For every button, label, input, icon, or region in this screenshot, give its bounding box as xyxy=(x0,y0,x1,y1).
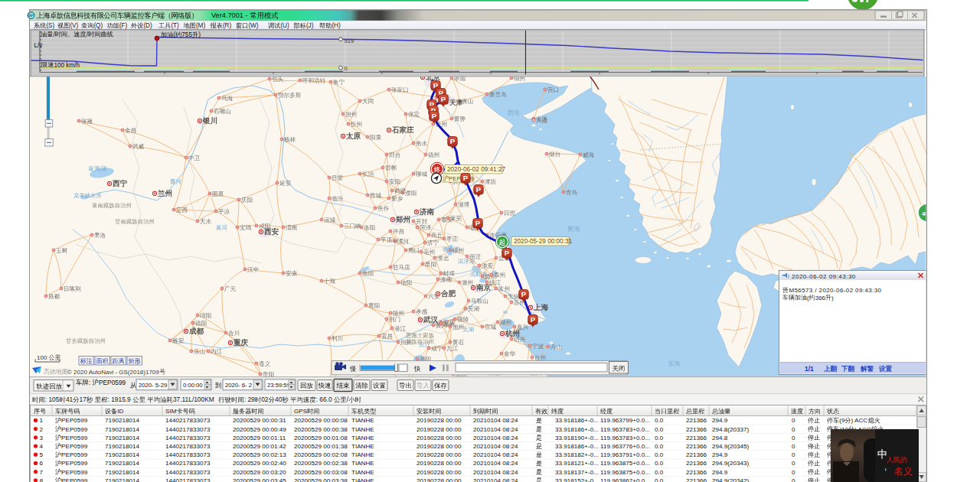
svg-text:P: P xyxy=(521,290,527,298)
svg-text:0: 0 xyxy=(792,469,795,476)
svg-text:0.0: 0.0 xyxy=(655,460,664,467)
svg-text:TIANHE: TIANHE xyxy=(351,477,374,482)
svg-text:(D): (D) xyxy=(143,22,152,29)
svg-text:20200529 00:02:13: 20200529 00:02:13 xyxy=(233,451,286,458)
svg-text:): ) xyxy=(198,31,201,38)
svg-text:20210104 08:24: 20210104 08:24 xyxy=(473,417,518,424)
svg-text:20200529 00:03:45: 20200529 00:03:45 xyxy=(233,477,286,482)
svg-text:2020-05-29 00:00:31: 2020-05-29 00:00:31 xyxy=(514,238,572,245)
svg-text:7190218014: 7190218014 xyxy=(105,435,140,441)
svg-text:1440217833073: 1440217833073 xyxy=(165,435,211,441)
svg-text:20210104 08:24: 20210104 08:24 xyxy=(473,460,518,467)
svg-text:0: 0 xyxy=(792,417,795,424)
svg-text:) ACC: ) ACC xyxy=(851,417,868,424)
svg-text:0.0: 0.0 xyxy=(655,435,664,441)
svg-text:40: 40 xyxy=(275,396,283,403)
svg-text:1440217833073: 1440217833073 xyxy=(165,426,211,433)
svg-text:20200529 00:00:49: 20200529 00:00:49 xyxy=(233,426,286,433)
svg-text:0: 0 xyxy=(792,426,795,433)
svg-text:1: 1 xyxy=(40,417,44,424)
svg-text:0: 0 xyxy=(792,435,795,441)
svg-text:119.963783+0.0...: 119.963783+0.0... xyxy=(600,435,650,441)
svg-text:P: P xyxy=(475,219,481,227)
svg-text:20200529 00:01:38: 20200529 00:01:38 xyxy=(294,443,348,450)
svg-text:20210104 08:24: 20210104 08:24 xyxy=(473,443,518,450)
svg-text:7190218014: 7190218014 xyxy=(105,443,140,450)
svg-text:119.963799+0.0...: 119.963799+0.0... xyxy=(600,417,650,424)
svg-text:PEP0599: PEP0599 xyxy=(61,426,88,433)
svg-text:7190218014: 7190218014 xyxy=(105,426,140,433)
svg-text:37.11L/100KM: 37.11L/100KM xyxy=(173,396,214,403)
svg-text:0: 0 xyxy=(792,443,795,450)
svg-text:20200529 00:01:11: 20200529 00:01:11 xyxy=(233,435,286,441)
svg-text:© 2020 AutoNavi - GS(2018)1709: © 2020 AutoNavi - GS(2018)1709 xyxy=(67,369,159,376)
svg-text:919: 919 xyxy=(345,37,354,44)
svg-text:P: P xyxy=(531,315,536,324)
svg-text:221366: 221366 xyxy=(686,477,707,482)
svg-text:0.0: 0.0 xyxy=(655,417,664,424)
svg-text:41: 41 xyxy=(66,396,74,403)
svg-text:20190228 00:00: 20190228 00:00 xyxy=(416,477,462,482)
svg-text:221366: 221366 xyxy=(686,451,707,458)
svg-text:(J): (J) xyxy=(306,22,314,29)
svg-text:7190218014: 7190218014 xyxy=(105,469,140,476)
svg-text:20210104 08:24: 20210104 08:24 xyxy=(473,451,518,458)
svg-text:20200529 00:02:08: 20200529 00:02:08 xyxy=(294,451,348,458)
svg-text:Ver4.7001 -: Ver4.7001 - xyxy=(211,11,248,19)
svg-text:1440217833073: 1440217833073 xyxy=(165,469,211,476)
svg-text:0.0: 0.0 xyxy=(655,469,664,476)
svg-text:1/1: 1/1 xyxy=(805,365,814,373)
svg-text:7: 7 xyxy=(40,469,44,476)
svg-text:755: 755 xyxy=(181,31,192,38)
svg-text:221366: 221366 xyxy=(686,443,707,450)
svg-text:: 29: : 29 xyxy=(244,396,255,403)
svg-text:33.918121+-0...: 33.918121+-0... xyxy=(555,460,599,467)
svg-text:17: 17 xyxy=(80,396,87,403)
svg-text:20210104 08:24: 20210104 08:24 xyxy=(473,426,518,433)
svg-text:PEP0599: PEP0599 xyxy=(61,469,88,476)
svg-text:P: P xyxy=(441,95,446,103)
svg-text:20210104 08:24: 20210104 08:24 xyxy=(473,435,518,441)
svg-text:(W): (W) xyxy=(248,22,258,29)
svg-text:2020- 6- 2: 2020- 6- 2 xyxy=(225,382,252,389)
svg-text:20190228 00:00: 20190228 00:00 xyxy=(416,460,462,467)
svg-text:L/v: L/v xyxy=(34,42,44,49)
svg-text:(9: (9 xyxy=(839,417,845,424)
svg-text:0:00:00: 0:00:00 xyxy=(183,382,203,389)
svg-text:1440217833073: 1440217833073 xyxy=(165,451,211,458)
svg-text:3: 3 xyxy=(40,435,44,441)
svg-text:PEP0599: PEP0599 xyxy=(61,477,88,482)
svg-text:33.918182+-0...: 33.918182+-0... xyxy=(555,451,599,458)
svg-text::: : xyxy=(89,379,90,386)
svg-text:294.9(20342): 294.9(20342) xyxy=(712,477,749,482)
svg-text:0: 0 xyxy=(345,65,348,72)
svg-text:6: 6 xyxy=(40,460,44,467)
svg-text:GPS: GPS xyxy=(294,408,308,415)
svg-text:P: P xyxy=(476,185,482,194)
svg-text:PEP0599: PEP0599 xyxy=(61,460,88,467)
svg-text:0: 0 xyxy=(792,477,795,482)
svg-text:20190228 00:00: 20190228 00:00 xyxy=(416,469,462,476)
svg-text:0.0: 0.0 xyxy=(655,477,664,482)
svg-text:20200529 00:00:08: 20200529 00:00:08 xyxy=(294,417,348,424)
svg-text:M56573 / 2020-06-02 09:43:30: M56573 / 2020-06-02 09:43:30 xyxy=(789,287,881,294)
svg-text:20190228 00:00: 20190228 00:00 xyxy=(416,443,462,450)
svg-text:: 66.0: : 66.0 xyxy=(316,396,332,403)
svg-text:(V): (V) xyxy=(70,22,78,29)
svg-text:221366: 221366 xyxy=(686,417,707,424)
svg-text:5: 5 xyxy=(40,451,44,458)
svg-text:(M): (M) xyxy=(196,22,206,29)
svg-text:20210104 08:24: 20210104 08:24 xyxy=(473,469,518,476)
svg-text:): ) xyxy=(831,295,834,301)
svg-text:: 1915.9: : 1915.9 xyxy=(108,396,132,403)
svg-text:PEP0599: PEP0599 xyxy=(99,379,126,386)
svg-text:20190228 00:00: 20190228 00:00 xyxy=(416,435,462,441)
svg-text:02: 02 xyxy=(261,396,269,403)
svg-text:33.918152+-0...: 33.918152+-0... xyxy=(555,477,599,482)
svg-text:TIANHE: TIANHE xyxy=(351,426,374,433)
svg-text:100 km/h: 100 km/h xyxy=(54,62,80,69)
svg-text:P: P xyxy=(463,174,469,182)
svg-text:2020- 5-29: 2020- 5-29 xyxy=(139,382,167,389)
svg-text:33.918186+-0...: 33.918186+-0... xyxy=(555,443,599,450)
svg-text:ID: ID xyxy=(117,408,123,415)
